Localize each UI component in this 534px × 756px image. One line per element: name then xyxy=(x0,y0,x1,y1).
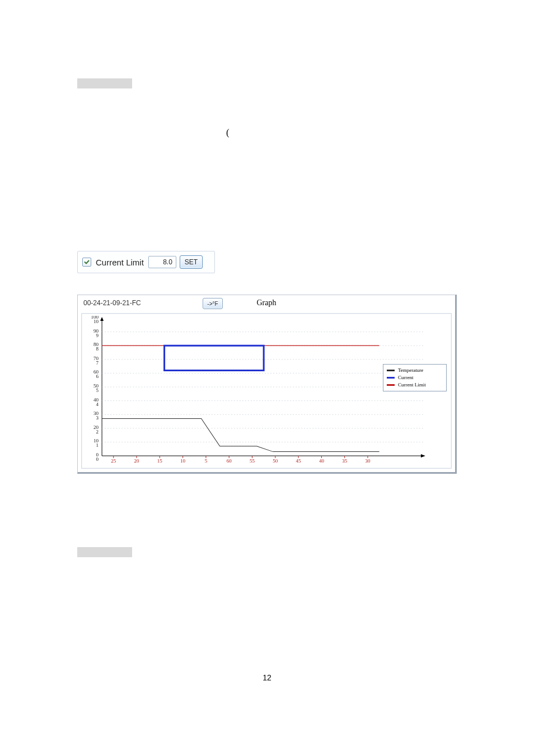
set-button[interactable]: SET xyxy=(180,255,203,269)
page-number: 12 xyxy=(0,673,534,682)
current-limit-value-field[interactable]: 8.0 xyxy=(148,256,176,268)
svg-marker-3 xyxy=(421,454,425,458)
svg-text:0: 0 xyxy=(96,456,99,462)
svg-marker-1 xyxy=(100,317,104,321)
graph-legend: Temperature Current Current Limit xyxy=(383,364,447,391)
legend-swatch xyxy=(387,370,395,371)
chart-axes xyxy=(100,317,425,458)
svg-text:60: 60 xyxy=(227,458,232,464)
svg-text:35: 35 xyxy=(342,458,348,464)
svg-text:9: 9 xyxy=(96,333,99,338)
svg-text:20: 20 xyxy=(134,458,140,464)
svg-text:50: 50 xyxy=(273,458,278,464)
svg-text:55: 55 xyxy=(250,458,255,464)
legend-swatch xyxy=(387,377,395,379)
svg-text:8: 8 xyxy=(96,346,99,352)
check-icon xyxy=(84,259,90,265)
legend-item-current-limit: Current Limit xyxy=(387,381,443,389)
svg-text:3: 3 xyxy=(96,415,99,421)
svg-text:10: 10 xyxy=(93,319,99,324)
legend-item-temperature: Temperature xyxy=(387,367,443,374)
legend-item-current: Current xyxy=(387,374,443,381)
legend-label: Current Limit xyxy=(398,381,426,389)
chart-yticks: 0010120230340450560670780890910010 xyxy=(91,316,99,462)
graph-panel: 00-24-21-09-21-FC ->°F Graph 00101202303… xyxy=(77,295,457,474)
stray-text: ( xyxy=(226,127,229,138)
graph-title: Graph xyxy=(78,298,455,307)
chart-xticks: 25201510560555045403530 xyxy=(111,456,371,464)
svg-text:30: 30 xyxy=(365,458,371,464)
highlight-bar xyxy=(77,547,132,557)
svg-text:45: 45 xyxy=(296,458,302,464)
svg-text:15: 15 xyxy=(157,458,163,464)
svg-text:4: 4 xyxy=(96,402,99,407)
highlight-bar xyxy=(77,78,132,88)
current-limit-control: Current Limit 8.0 SET xyxy=(77,251,215,273)
legend-label: Temperature xyxy=(398,367,423,374)
svg-text:5: 5 xyxy=(96,388,99,393)
svg-text:2: 2 xyxy=(96,429,99,435)
svg-text:7: 7 xyxy=(96,360,99,366)
svg-text:6: 6 xyxy=(96,374,99,379)
current-limit-checkbox[interactable] xyxy=(82,258,91,267)
svg-rect-13 xyxy=(165,346,264,370)
current-limit-label: Current Limit xyxy=(95,258,145,267)
svg-text:1: 1 xyxy=(96,442,99,448)
svg-text:5: 5 xyxy=(205,458,208,464)
legend-swatch xyxy=(387,384,395,386)
svg-text:10: 10 xyxy=(180,458,186,464)
graph-plot-area: 0010120230340450560670780890910010 25201… xyxy=(81,313,452,469)
chart-series xyxy=(102,346,380,451)
svg-text:25: 25 xyxy=(111,458,116,464)
legend-label: Current xyxy=(398,374,414,381)
svg-text:40: 40 xyxy=(319,458,325,464)
